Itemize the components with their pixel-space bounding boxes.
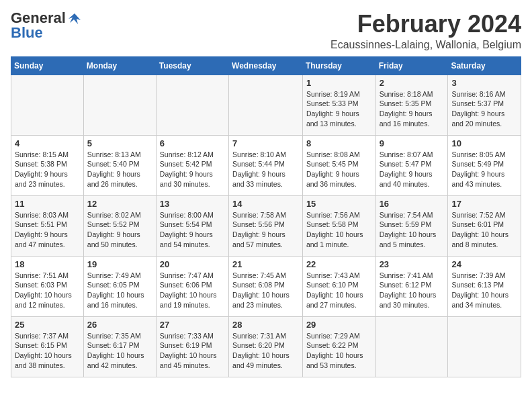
calendar-cell: 29Sunrise: 7:29 AM Sunset: 6:22 PM Dayli…: [302, 316, 375, 377]
calendar-cell: 11Sunrise: 8:03 AM Sunset: 5:51 PM Dayli…: [11, 195, 84, 256]
day-info: Sunrise: 8:15 AM Sunset: 5:38 PM Dayligh…: [15, 150, 80, 189]
calendar-cell: 6Sunrise: 8:12 AM Sunset: 5:42 PM Daylig…: [156, 135, 228, 195]
calendar-cell: 14Sunrise: 7:58 AM Sunset: 5:56 PM Dayli…: [229, 195, 303, 256]
calendar-table: SundayMondayTuesdayWednesdayThursdayFrid…: [11, 56, 521, 377]
header-cell-tuesday: Tuesday: [156, 56, 228, 75]
calendar-week-row: 1Sunrise: 8:19 AM Sunset: 5:33 PM Daylig…: [11, 75, 521, 135]
day-info: Sunrise: 8:08 AM Sunset: 5:45 PM Dayligh…: [306, 150, 372, 189]
calendar-cell: 20Sunrise: 7:47 AM Sunset: 6:06 PM Dayli…: [156, 256, 228, 316]
day-info: Sunrise: 7:31 AM Sunset: 6:20 PM Dayligh…: [232, 331, 299, 371]
calendar-cell: 22Sunrise: 7:43 AM Sunset: 6:10 PM Dayli…: [302, 256, 375, 316]
day-number: 15: [306, 199, 372, 209]
calendar-cell: [229, 75, 303, 135]
day-number: 8: [306, 138, 372, 148]
day-info: Sunrise: 8:00 AM Sunset: 5:54 PM Dayligh…: [160, 210, 225, 250]
calendar-cell: 19Sunrise: 7:49 AM Sunset: 6:05 PM Dayli…: [83, 256, 156, 316]
day-number: 27: [160, 320, 225, 330]
day-number: 4: [15, 138, 80, 148]
calendar-cell: [375, 316, 448, 377]
day-number: 26: [87, 320, 152, 330]
day-info: Sunrise: 7:37 AM Sunset: 6:15 PM Dayligh…: [15, 331, 80, 371]
calendar-cell: 3Sunrise: 8:16 AM Sunset: 5:37 PM Daylig…: [448, 75, 521, 135]
day-number: 14: [232, 199, 299, 209]
day-info: Sunrise: 7:35 AM Sunset: 6:17 PM Dayligh…: [87, 331, 152, 371]
day-info: Sunrise: 7:56 AM Sunset: 5:58 PM Dayligh…: [306, 210, 372, 250]
calendar-cell: 13Sunrise: 8:00 AM Sunset: 5:54 PM Dayli…: [156, 195, 228, 256]
calendar-cell: 7Sunrise: 8:10 AM Sunset: 5:44 PM Daylig…: [229, 135, 303, 195]
day-info: Sunrise: 7:43 AM Sunset: 6:10 PM Dayligh…: [306, 271, 372, 310]
day-info: Sunrise: 8:07 AM Sunset: 5:47 PM Dayligh…: [380, 150, 445, 189]
day-number: 12: [87, 199, 152, 209]
day-info: Sunrise: 7:39 AM Sunset: 6:13 PM Dayligh…: [451, 271, 517, 310]
day-number: 3: [451, 78, 517, 88]
day-number: 19: [87, 259, 152, 269]
day-number: 10: [451, 138, 517, 148]
day-info: Sunrise: 7:52 AM Sunset: 6:01 PM Dayligh…: [451, 210, 517, 250]
day-info: Sunrise: 7:47 AM Sunset: 6:06 PM Dayligh…: [160, 271, 225, 310]
day-info: Sunrise: 7:29 AM Sunset: 6:22 PM Dayligh…: [306, 331, 372, 371]
location-subtitle: Ecaussinnes-Lalaing, Wallonia, Belgium: [330, 39, 521, 51]
header-cell-wednesday: Wednesday: [229, 56, 303, 75]
header-cell-saturday: Saturday: [448, 56, 521, 75]
calendar-header-row: SundayMondayTuesdayWednesdayThursdayFrid…: [11, 56, 521, 75]
calendar-cell: 1Sunrise: 8:19 AM Sunset: 5:33 PM Daylig…: [302, 75, 375, 135]
day-info: Sunrise: 8:03 AM Sunset: 5:51 PM Dayligh…: [15, 210, 80, 250]
calendar-week-row: 11Sunrise: 8:03 AM Sunset: 5:51 PM Dayli…: [11, 195, 521, 256]
day-info: Sunrise: 7:33 AM Sunset: 6:19 PM Dayligh…: [160, 331, 225, 371]
day-number: 6: [160, 138, 225, 148]
calendar-cell: 5Sunrise: 8:13 AM Sunset: 5:40 PM Daylig…: [83, 135, 156, 195]
day-number: 28: [232, 320, 299, 330]
day-info: Sunrise: 7:58 AM Sunset: 5:56 PM Dayligh…: [232, 210, 299, 250]
day-number: 9: [380, 138, 445, 148]
calendar-cell: 24Sunrise: 7:39 AM Sunset: 6:13 PM Dayli…: [448, 256, 521, 316]
header-cell-sunday: Sunday: [11, 56, 84, 75]
day-info: Sunrise: 8:18 AM Sunset: 5:35 PM Dayligh…: [380, 89, 445, 129]
month-title: February 2024: [330, 11, 521, 38]
calendar-cell: [156, 75, 228, 135]
logo-bird-icon: [67, 11, 82, 26]
calendar-cell: 16Sunrise: 7:54 AM Sunset: 5:59 PM Dayli…: [375, 195, 448, 256]
day-number: 7: [232, 138, 299, 148]
day-info: Sunrise: 7:41 AM Sunset: 6:12 PM Dayligh…: [380, 271, 445, 310]
day-number: 22: [306, 259, 372, 269]
day-number: 1: [306, 78, 372, 88]
day-number: 2: [380, 78, 445, 88]
day-info: Sunrise: 8:10 AM Sunset: 5:44 PM Dayligh…: [232, 150, 299, 189]
day-number: 20: [160, 259, 225, 269]
calendar-cell: 9Sunrise: 8:07 AM Sunset: 5:47 PM Daylig…: [375, 135, 448, 195]
day-info: Sunrise: 7:54 AM Sunset: 5:59 PM Dayligh…: [380, 210, 445, 250]
calendar-cell: [83, 75, 156, 135]
calendar-cell: 12Sunrise: 8:02 AM Sunset: 5:52 PM Dayli…: [83, 195, 156, 256]
calendar-cell: 18Sunrise: 7:51 AM Sunset: 6:03 PM Dayli…: [11, 256, 84, 316]
svg-marker-0: [69, 13, 81, 24]
logo-blue-text: Blue: [11, 26, 43, 40]
day-info: Sunrise: 8:02 AM Sunset: 5:52 PM Dayligh…: [87, 210, 152, 250]
calendar-cell: 10Sunrise: 8:05 AM Sunset: 5:49 PM Dayli…: [448, 135, 521, 195]
calendar-cell: 21Sunrise: 7:45 AM Sunset: 6:08 PM Dayli…: [229, 256, 303, 316]
day-number: 29: [306, 320, 372, 330]
day-info: Sunrise: 8:16 AM Sunset: 5:37 PM Dayligh…: [451, 89, 517, 129]
day-number: 5: [87, 138, 152, 148]
header-cell-monday: Monday: [83, 56, 156, 75]
day-info: Sunrise: 7:45 AM Sunset: 6:08 PM Dayligh…: [232, 271, 299, 310]
day-number: 23: [380, 259, 445, 269]
calendar-cell: 17Sunrise: 7:52 AM Sunset: 6:01 PM Dayli…: [448, 195, 521, 256]
day-info: Sunrise: 7:51 AM Sunset: 6:03 PM Dayligh…: [15, 271, 80, 310]
logo-general-text: General: [11, 11, 66, 26]
calendar-cell: 23Sunrise: 7:41 AM Sunset: 6:12 PM Dayli…: [375, 256, 448, 316]
calendar-cell: [11, 75, 84, 135]
day-info: Sunrise: 8:19 AM Sunset: 5:33 PM Dayligh…: [306, 89, 372, 129]
calendar-cell: 25Sunrise: 7:37 AM Sunset: 6:15 PM Dayli…: [11, 316, 84, 377]
calendar-cell: 8Sunrise: 8:08 AM Sunset: 5:45 PM Daylig…: [302, 135, 375, 195]
header-cell-friday: Friday: [375, 56, 448, 75]
calendar-cell: 27Sunrise: 7:33 AM Sunset: 6:19 PM Dayli…: [156, 316, 228, 377]
title-area: February 2024 Ecaussinnes-Lalaing, Wallo…: [330, 11, 521, 51]
day-number: 24: [451, 259, 517, 269]
calendar-cell: 26Sunrise: 7:35 AM Sunset: 6:17 PM Dayli…: [83, 316, 156, 377]
calendar-cell: 28Sunrise: 7:31 AM Sunset: 6:20 PM Dayli…: [229, 316, 303, 377]
header: General Blue February 2024 Ecaussinnes-L…: [11, 11, 521, 51]
day-info: Sunrise: 7:49 AM Sunset: 6:05 PM Dayligh…: [87, 271, 152, 310]
day-info: Sunrise: 8:12 AM Sunset: 5:42 PM Dayligh…: [160, 150, 225, 189]
day-number: 16: [380, 199, 445, 209]
calendar-week-row: 18Sunrise: 7:51 AM Sunset: 6:03 PM Dayli…: [11, 256, 521, 316]
